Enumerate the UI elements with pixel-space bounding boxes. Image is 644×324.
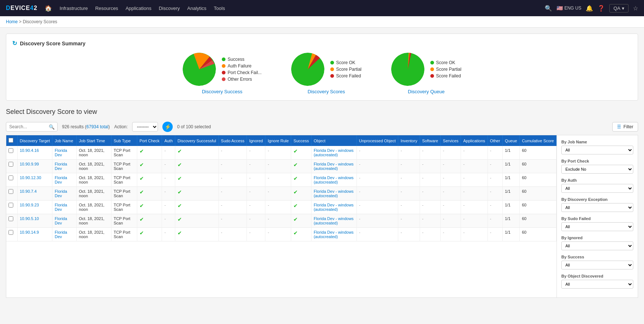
row-checkbox[interactable]: [8, 162, 13, 167]
cell-link[interactable]: Florida Dev: [55, 162, 67, 171]
row-checkbox[interactable]: [8, 230, 13, 235]
table-cell[interactable]: Florida Dev - windows (autocreated): [311, 146, 357, 160]
cell-link[interactable]: Florida Dev: [55, 189, 67, 198]
col-job-name[interactable]: Job Name: [52, 135, 77, 146]
filter-select-by-port-check[interactable]: AllExclude NoYesNo: [561, 165, 633, 174]
filter-button[interactable]: ☰ Filter: [612, 122, 638, 132]
cell-link[interactable]: 10.90.12.30: [20, 175, 41, 180]
chart-label-queue[interactable]: Discovery Queue: [408, 89, 445, 94]
col-other[interactable]: Other: [488, 135, 503, 146]
cell-link[interactable]: Florida Dev: [55, 175, 67, 184]
cell-link[interactable]: 10.90.9.23: [20, 203, 39, 207]
row-checkbox-cell[interactable]: [6, 228, 17, 241]
user-menu-button[interactable]: QA ▾: [609, 4, 628, 13]
row-checkbox-cell[interactable]: [6, 146, 17, 160]
col-sub-type[interactable]: Sub Type: [111, 135, 137, 146]
col-cumulative-score[interactable]: Cumulative Score: [520, 135, 557, 146]
col-object[interactable]: Object: [311, 135, 357, 146]
row-checkbox-cell[interactable]: [6, 201, 17, 214]
cell-link[interactable]: Florida Dev - windows (autocreated): [314, 189, 354, 198]
col-inventory[interactable]: Inventory: [398, 135, 420, 146]
table-cell[interactable]: Florida Dev - windows (autocreated): [311, 187, 357, 201]
table-cell[interactable]: Florida Dev - windows (autocreated): [311, 228, 357, 241]
language-selector[interactable]: 🇺🇸 ENG US: [557, 5, 581, 11]
nav-infrastructure[interactable]: Infrastructure: [59, 6, 88, 11]
cell-link[interactable]: 10.90.9.99: [20, 162, 39, 166]
col-success[interactable]: Success: [291, 135, 311, 146]
total-results-link[interactable]: 67934 total: [86, 124, 108, 129]
cell-link[interactable]: Florida Dev - windows (autocreated): [314, 230, 354, 239]
filter-select-by-job-name[interactable]: All: [561, 146, 633, 154]
table-cell[interactable]: 10.90.4.16: [17, 146, 52, 160]
table-cell[interactable]: 10.90.5.10: [17, 214, 52, 228]
cell-link[interactable]: Florida Dev: [55, 203, 67, 212]
nav-discovery[interactable]: Discovery: [159, 6, 180, 11]
row-checkbox[interactable]: [8, 148, 13, 153]
col-software[interactable]: Software: [420, 135, 440, 146]
table-cell[interactable]: 10.90.7.4: [17, 187, 52, 201]
cell-link[interactable]: Florida Dev: [55, 148, 67, 157]
cell-link[interactable]: Florida Dev - windows (autocreated): [314, 175, 354, 184]
col-discovery-target[interactable]: Discovery Target: [17, 135, 52, 146]
action-select[interactable]: --------: [132, 122, 158, 132]
filter-select-by-object-discovered[interactable]: AllYesNo: [561, 280, 633, 289]
table-cell[interactable]: Florida Dev: [52, 228, 77, 241]
filter-select-by-auth[interactable]: AllYesNo: [561, 184, 633, 193]
col-port-check[interactable]: Port Check: [137, 135, 162, 146]
cell-link[interactable]: Florida Dev - windows (autocreated): [314, 162, 354, 171]
row-checkbox[interactable]: [8, 175, 13, 180]
table-cell[interactable]: Florida Dev - windows (autocreated): [311, 201, 357, 214]
row-checkbox-cell[interactable]: [6, 160, 17, 173]
pie-scores[interactable]: [291, 53, 324, 86]
cell-link[interactable]: 10.90.14.9: [20, 230, 39, 234]
nav-tools[interactable]: Tools: [214, 6, 225, 11]
cell-link[interactable]: Florida Dev - windows (autocreated): [314, 148, 354, 157]
home-icon[interactable]: 🏠: [45, 5, 52, 12]
col-sudo-access[interactable]: Sudo Access: [218, 135, 247, 146]
select-all-checkbox[interactable]: [8, 138, 13, 143]
row-checkbox-cell[interactable]: [6, 214, 17, 228]
cell-link[interactable]: 10.90.5.10: [20, 216, 39, 221]
table-cell[interactable]: Florida Dev - windows (autocreated): [311, 160, 357, 173]
row-checkbox[interactable]: [8, 189, 13, 194]
table-cell[interactable]: Florida Dev - windows (autocreated): [311, 173, 357, 187]
row-checkbox-cell[interactable]: [6, 187, 17, 201]
chart-label-success[interactable]: Discovery Success: [202, 89, 242, 94]
row-checkbox-cell[interactable]: [6, 173, 17, 187]
table-cell[interactable]: Florida Dev: [52, 214, 77, 228]
nav-applications[interactable]: Applications: [125, 6, 151, 11]
search-icon[interactable]: 🔍: [545, 5, 552, 12]
col-services[interactable]: Services: [441, 135, 461, 146]
filter-select-by-success[interactable]: AllYesNo: [561, 261, 633, 269]
chart-label-scores[interactable]: Discovery Scores: [308, 89, 345, 94]
table-cell[interactable]: Florida Dev: [52, 160, 77, 173]
table-cell[interactable]: 10.90.9.23: [17, 201, 52, 214]
cell-link[interactable]: Florida Dev - windows (autocreated): [314, 203, 354, 212]
col-discovery-successful[interactable]: Discovery Successful: [175, 135, 219, 146]
pie-queue[interactable]: [391, 53, 424, 86]
col-queue[interactable]: Queue: [503, 135, 520, 146]
col-applications[interactable]: Applications: [461, 135, 488, 146]
table-cell[interactable]: Florida Dev: [52, 146, 77, 160]
cell-link[interactable]: 10.90.7.4: [20, 189, 37, 194]
cell-link[interactable]: Florida Dev: [55, 216, 67, 225]
table-cell[interactable]: 10.90.12.30: [17, 173, 52, 187]
row-checkbox[interactable]: [8, 216, 13, 221]
breadcrumb-home[interactable]: Home: [6, 19, 18, 24]
table-cell[interactable]: 10.90.9.99: [17, 160, 52, 173]
col-checkbox[interactable]: [6, 135, 17, 146]
table-cell[interactable]: Florida Dev: [52, 201, 77, 214]
cell-link[interactable]: Florida Dev: [55, 230, 67, 239]
col-auth[interactable]: Auth: [162, 135, 175, 146]
col-ignore-rule[interactable]: Ignore Rule: [265, 135, 291, 146]
bell-icon[interactable]: 🔔: [586, 5, 593, 12]
col-job-start-time[interactable]: Job Start Time: [76, 135, 111, 146]
table-cell[interactable]: 10.90.14.9: [17, 228, 52, 241]
pie-success[interactable]: [183, 53, 216, 86]
col-ignored[interactable]: Ignored: [247, 135, 265, 146]
filter-select-by-discovery-exception[interactable]: AllYesNo: [561, 203, 633, 212]
col-unprocessed-object[interactable]: Unprocessed Object: [357, 135, 398, 146]
help-icon[interactable]: ❓: [597, 5, 605, 12]
cell-link[interactable]: 10.90.4.16: [20, 148, 39, 153]
cell-link[interactable]: Florida Dev - windows (autocreated): [314, 216, 354, 225]
